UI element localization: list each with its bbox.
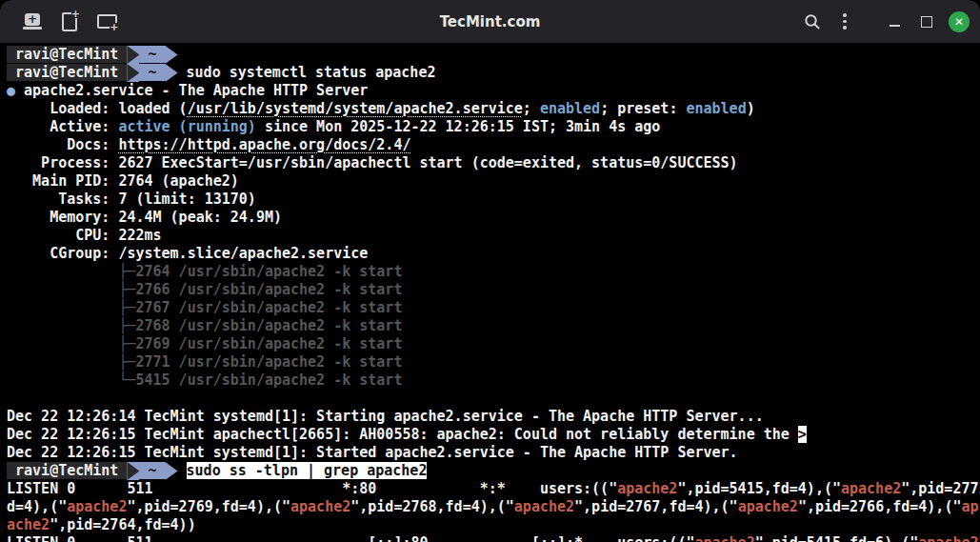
grep-match: apache2 <box>694 534 754 542</box>
titlebar-right-actions: ✕ <box>801 0 970 43</box>
terminal-line: ├─2767 /usr/sbin/apache2 -k start <box>7 299 980 317</box>
terminal-line: Active: active (running) since Mon 2025-… <box>7 118 980 136</box>
terminal-line: ├─2764 /usr/sbin/apache2 -k start <box>7 263 980 281</box>
command-text-selected: sudo ss -tlpn | grep apache2 <box>187 462 428 479</box>
powerline-arrow-icon <box>127 46 139 64</box>
powerline-arrow-icon <box>127 64 139 82</box>
terminal-line: ache2",pid=2764,fd=4)) <box>7 516 980 534</box>
grep-match: apache2 <box>617 480 677 497</box>
terminal-line: ├─2768 /usr/sbin/apache2 -k start <box>7 317 980 335</box>
terminal-line: CPU: 222ms <box>7 227 980 245</box>
search-icon[interactable] <box>801 10 824 33</box>
command-text: sudo systemctl status apache2 <box>178 64 436 81</box>
terminal-line: ravi@TecMint ~ sudo ss -tlpn | grep apac… <box>7 462 980 480</box>
terminal-line: d=4),("apache2",pid=2769,fd=4),("apache2… <box>7 498 980 516</box>
grep-match: ap <box>961 498 978 515</box>
prompt-cwd: ~ <box>139 462 165 479</box>
unit-file-link: /usr/lib/systemd/system/apache2.service <box>188 100 523 117</box>
powerline-arrow-icon <box>166 64 178 82</box>
grep-match: apache2 <box>290 498 350 515</box>
grep-match: apache2 <box>67 498 127 515</box>
prompt-user-host: ravi@TecMint <box>7 46 127 63</box>
terminal-line: ├─2769 /usr/sbin/apache2 -k start <box>7 335 980 353</box>
maximize-icon[interactable] <box>915 10 938 33</box>
powerline-arrow-icon <box>166 462 178 480</box>
powerline-arrow-icon <box>166 46 178 64</box>
prompt-cwd: ~ <box>139 64 165 81</box>
terminal-line: Dec 22 12:26:14 TecMint systemd[1]: Star… <box>7 408 980 426</box>
terminal-line: ravi@TecMint ~ sudo systemctl status apa… <box>7 64 980 82</box>
prompt-user-host: ravi@TecMint <box>7 462 127 479</box>
titlebar-left-actions: + + + <box>0 10 118 33</box>
grep-match: apache2 <box>918 534 978 542</box>
grep-match: apache2 <box>841 480 901 497</box>
active-state: active (running) <box>118 118 256 135</box>
powerline-arrow-icon <box>127 462 139 480</box>
terminal-line: ├─2771 /usr/sbin/apache2 -k start <box>7 353 980 371</box>
terminal-body[interactable]: ravi@TecMint ~ ravi@TecMint ~ sudo syste… <box>0 43 980 542</box>
terminal-line: └─5415 /usr/sbin/apache2 -k start <box>7 371 980 390</box>
terminal-line: Dec 22 12:26:15 TecMint systemd[1]: Star… <box>7 444 980 462</box>
new-tab-page-icon[interactable]: + <box>58 10 81 33</box>
terminal-line: ravi@TecMint ~ <box>7 46 980 64</box>
terminal-line: Main PID: 2764 (apache2) <box>7 172 980 191</box>
new-tab-icon[interactable]: + <box>95 10 118 33</box>
terminal-line: LISTEN 0 511 *:80 *:* users:(("apache2",… <box>7 480 980 498</box>
terminal-line: Docs: https://httpd.apache.org/docs/2.4/ <box>7 136 980 154</box>
grep-match: ache2 <box>7 516 50 533</box>
terminal-window: + + + TecMint.com ✕ <box>0 0 980 542</box>
terminal-line: ● apache2.service - The Apache HTTP Serv… <box>7 82 980 100</box>
terminal-line: Memory: 24.4M (peak: 24.9M) <box>7 209 980 227</box>
minimize-icon[interactable] <box>883 10 906 33</box>
kebab-menu-icon[interactable] <box>833 10 856 33</box>
terminal-line <box>7 390 980 408</box>
terminal-line: ├─2766 /usr/sbin/apache2 -k start <box>7 281 980 299</box>
truncation-marker: > <box>798 426 807 443</box>
grep-match: apache2 <box>738 498 798 515</box>
close-icon[interactable]: ✕ <box>948 10 970 33</box>
terminal-line: CGroup: /system.slice/apache2.service <box>7 245 980 263</box>
titlebar: + + + TecMint.com ✕ <box>0 0 980 43</box>
prompt-cwd: ~ <box>139 46 165 63</box>
terminal-line: LISTEN 0 511 [::]:80 [::]:* users:(("apa… <box>7 534 980 542</box>
terminal-line: Tasks: 7 (limit: 13170) <box>7 191 980 209</box>
terminal-line: Loaded: loaded (/usr/lib/systemd/system/… <box>7 100 980 118</box>
terminal-line: Dec 22 12:26:15 TecMint apachectl[2665]:… <box>7 426 980 444</box>
terminal-line: Process: 2627 ExecStart=/usr/sbin/apache… <box>7 154 980 172</box>
status-dot: ● <box>7 82 24 99</box>
docs-link: https://httpd.apache.org/docs/2.4/ <box>118 136 410 153</box>
new-window-icon[interactable]: + <box>21 10 44 33</box>
grep-match: apache2 <box>514 498 574 515</box>
prompt-user-host: ravi@TecMint <box>7 64 127 81</box>
